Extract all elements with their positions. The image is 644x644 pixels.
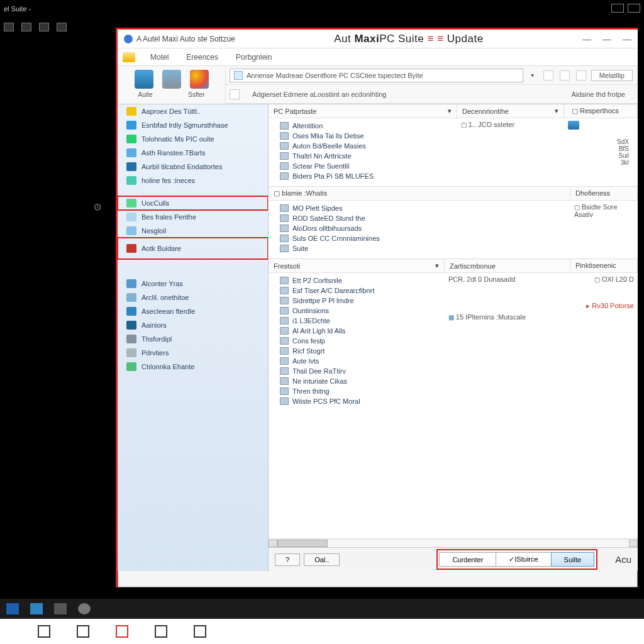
close-button[interactable]: — — [623, 34, 631, 44]
restore-button[interactable]: — — [602, 34, 611, 44]
toolbar-button[interactable]: Melatllip — [591, 70, 633, 81]
list-item[interactable]: AloDors olltbihuursads — [269, 223, 570, 233]
list-item[interactable]: Aute lvts — [269, 356, 445, 366]
list-item[interactable]: Wiiste PCS PfC Moral — [269, 396, 445, 406]
taskbar-icon[interactable] — [6, 603, 19, 614]
taskbar-icon[interactable] — [54, 603, 67, 614]
list-item[interactable]: Thsil Dee RaTtirv — [269, 366, 445, 376]
quick-icon[interactable] — [39, 23, 49, 31]
status-text: Adgierset Edrnere aLoostiint an ecdoniht… — [248, 87, 560, 101]
desktop-window-controls[interactable] — [608, 4, 640, 14]
list-item[interactable]: ROD SateED Stund the — [269, 213, 570, 223]
file-icon — [280, 297, 289, 304]
sidebar-icon — [126, 176, 136, 185]
source-button[interactable]: ✓IStuirce — [496, 552, 551, 567]
sidebar-item[interactable]: Asth Ranstee.TBarts — [118, 146, 268, 160]
ribbon-icon[interactable] — [135, 70, 153, 89]
list-item[interactable]: Cons feslp — [269, 336, 445, 346]
address-bar[interactable]: Annense Madreae Osentfiore PC CSCtiee ts… — [230, 69, 523, 82]
oal-button[interactable]: Oal.. — [304, 553, 340, 566]
tool-icon[interactable] — [230, 89, 240, 99]
horizontal-scrollbar[interactable] — [269, 538, 638, 547]
file-icon — [280, 367, 289, 375]
quick-icon[interactable] — [57, 23, 67, 31]
sidebar-item[interactable]: Aotk Buidare — [118, 238, 268, 259]
quick-icon[interactable] — [4, 23, 14, 31]
list-item[interactable]: Oses Mlia Tai lls Detise — [269, 131, 457, 141]
folder-icon[interactable] — [123, 52, 135, 62]
ribbon-caption: Ssfter — [188, 91, 204, 98]
sidebar-item[interactable]: Asecleean fterdle — [118, 304, 268, 318]
file-icon — [280, 287, 289, 294]
dock-icon[interactable] — [77, 625, 89, 638]
dock-icon[interactable] — [194, 625, 206, 638]
list-item[interactable]: Biders Pta Pi SB MLUFES — [269, 171, 457, 181]
help-button[interactable]: ? — [275, 553, 300, 566]
gear-icon[interactable]: ⚙ — [93, 201, 102, 213]
list-item[interactable]: Sctear Pte Suentlil — [269, 161, 457, 171]
sidebar-item[interactable]: Arclil. onethitoe — [118, 291, 268, 304]
sidebar-item[interactable]: Alconter Yras — [118, 277, 268, 291]
dock-icon[interactable] — [116, 625, 128, 638]
sidebar-item[interactable]: Aaproex Des Tüttl.. — [118, 104, 268, 118]
col-header[interactable]: Dhofieness — [575, 189, 610, 197]
sidebar-item[interactable]: Esnbfad lrdiy Sgmursthhase — [118, 118, 268, 132]
col-header[interactable]: PC Patprtaste — [274, 108, 316, 115]
list-item[interactable]: Suite — [269, 243, 570, 253]
list-item[interactable]: Thaltrl Nn Arttricste — [269, 151, 457, 161]
dropdown-icon[interactable]: ▾ — [527, 72, 538, 79]
list-item[interactable]: Ne inturiate Cikas — [269, 376, 445, 386]
window-controls[interactable]: — — — — [582, 34, 631, 44]
list-item[interactable]: i1 L3EDchte — [269, 316, 445, 326]
list-item[interactable]: MO Plett Sipdes — [269, 203, 570, 213]
file-icon — [280, 307, 289, 314]
sidebar-item[interactable]: Aainiors — [118, 318, 268, 332]
sidebar-item[interactable]: Pdrvtiers — [118, 346, 268, 360]
list-item[interactable]: Al Arit Ligh ld Alls — [269, 326, 445, 336]
sidebar-item[interactable]: holine fes :ineces — [118, 174, 268, 187]
dock-icon[interactable] — [38, 625, 50, 638]
scroll-right-icon[interactable] — [629, 540, 638, 547]
list-item[interactable]: Auton Bd/Beelle Masies — [269, 141, 457, 151]
sidebar-label: UocCulls — [142, 199, 169, 207]
sidebar-item[interactable]: Ctılonnka Ehante — [118, 360, 268, 374]
minimize-button[interactable]: — — [582, 34, 591, 44]
menu-item[interactable]: Ereences — [177, 53, 227, 62]
file-icon — [280, 122, 289, 130]
col-header[interactable]: Zartiscmbonue — [450, 262, 496, 270]
list-item[interactable]: Ountinsions — [269, 306, 445, 316]
scroll-left-icon[interactable] — [269, 540, 277, 547]
menu-item[interactable]: Motel — [142, 53, 177, 62]
menu-item[interactable]: Porbgnlein — [227, 53, 280, 62]
dock-icon[interactable] — [155, 625, 167, 638]
sidebar-item[interactable]: Nesgloil — [118, 224, 268, 238]
quick-icon[interactable] — [21, 23, 31, 31]
col-header[interactable]: Frestsoti — [274, 262, 300, 270]
list-item[interactable]: Thren thitng — [269, 386, 445, 396]
ribbon-icon[interactable] — [162, 70, 181, 89]
list-item[interactable]: Altentition — [269, 121, 457, 131]
taskbar-icon[interactable] — [30, 603, 43, 614]
scroll-thumb[interactable] — [277, 540, 328, 547]
list-item[interactable]: Ricf Stogrt — [269, 346, 445, 356]
sidebar-item[interactable]: Bes frales Perithe — [118, 210, 268, 224]
col-header[interactable]: Pinktisenenic — [575, 262, 616, 269]
sidebar-item[interactable]: Thsfordipl — [118, 332, 268, 346]
sidebar-item[interactable]: Tolohnatic Ms PIC ouite — [118, 132, 268, 146]
ribbon-icon[interactable] — [190, 70, 209, 89]
list-item[interactable]: Suls OE CC Crnnniaminines — [269, 233, 570, 243]
col-header[interactable]: Decennriontihe — [462, 108, 509, 115]
col-header[interactable]: Resperthocs — [580, 107, 619, 114]
cundenter-button[interactable]: Curdenter — [439, 552, 496, 567]
col-header[interactable]: blamie :Whatis — [282, 189, 327, 197]
file-icon — [280, 214, 289, 222]
extra-link[interactable]: Rv30 Potorse — [592, 302, 634, 309]
list-item[interactable]: Ett P2 Corltsnile — [269, 275, 445, 286]
suite-button[interactable]: Suilte — [551, 552, 595, 567]
list-item[interactable]: Esf Tiser A/C Darearcfibnrt — [269, 286, 445, 296]
sidebar-icon — [126, 199, 136, 208]
sidebar-item[interactable]: Aurbil tilcabnd Endattortes — [118, 160, 268, 174]
sidebar-item[interactable]: UocCulls — [118, 196, 268, 210]
list-item[interactable]: Sidrettpe P Pl lmdre — [269, 296, 445, 306]
taskbar-icon[interactable] — [78, 603, 91, 614]
